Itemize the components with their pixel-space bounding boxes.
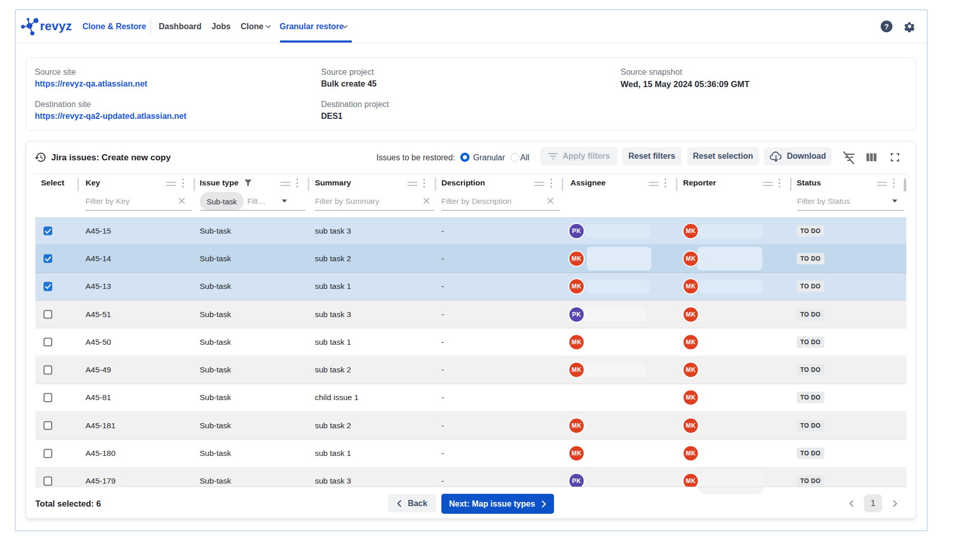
svg-text:?: ? [884,23,889,31]
